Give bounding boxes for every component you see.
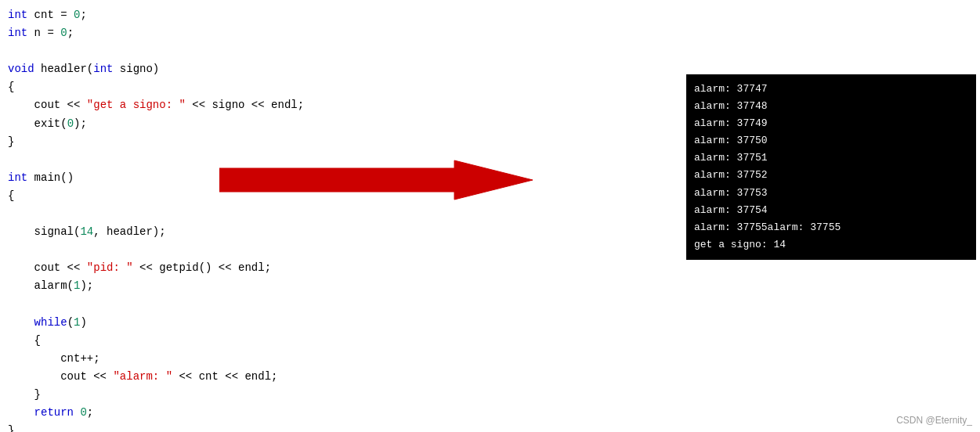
terminal-line: alarm: 37751 (694, 149, 968, 167)
terminal-panel: alarm: 37747alarm: 37748alarm: 37749alar… (686, 74, 976, 260)
terminal-line: alarm: 37748 (694, 98, 968, 115)
code-line (8, 296, 972, 314)
code-line: } (8, 386, 972, 404)
code-line: int n = 0; (8, 24, 972, 42)
terminal-line: alarm: 37753 (694, 185, 968, 202)
terminal-line: alarm: 37755alarm: 37755 (694, 219, 968, 236)
code-line: cnt++; (8, 350, 972, 368)
terminal-line: alarm: 37747 (694, 81, 968, 98)
terminal-line: get a signo: 14 (694, 236, 968, 254)
terminal-line: alarm: 37750 (694, 132, 968, 149)
code-line: cout << "pid: " << getpid() << endl; (8, 259, 972, 277)
code-line (8, 42, 972, 60)
code-line: { (8, 332, 972, 350)
code-line: } (8, 422, 972, 432)
csdn-watermark: CSDN @Eternity_ (896, 415, 972, 426)
terminal-line: alarm: 37749 (694, 115, 968, 132)
code-line: int cnt = 0; (8, 6, 972, 24)
terminal-line: alarm: 37752 (694, 167, 968, 184)
main-container: int cnt = 0;int n = 0; void headler(int … (0, 0, 980, 432)
code-line: alarm(1); (8, 277, 972, 295)
terminal-line: alarm: 37754 (694, 202, 968, 219)
code-line: while(1) (8, 314, 972, 332)
code-line: return 0; (8, 404, 972, 422)
code-line: cout << "alarm: " << cnt << endl; (8, 368, 972, 386)
